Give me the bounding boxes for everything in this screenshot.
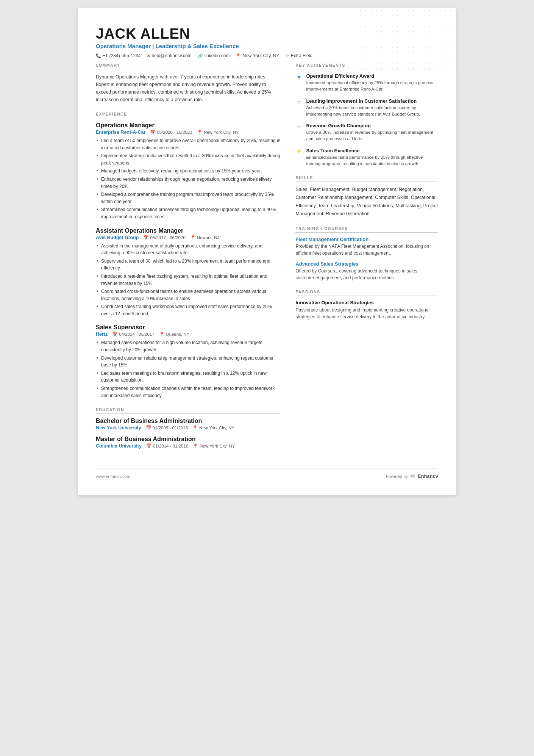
powered-by-text: Powered by (386, 474, 408, 479)
skills-label: SKILLS (295, 175, 438, 182)
passion-desc: Passionate about designing and implement… (295, 307, 438, 320)
candidate-name: JACK ALLEN (96, 26, 438, 42)
right-column: KEY ACHIEVEMENTS ★ Operational Efficienc… (295, 63, 438, 457)
extra-contact: ☆ Extra Field (286, 53, 312, 58)
achievement-2-desc: Achieved a 20% boost in customer satisfa… (306, 105, 438, 118)
job-2-company: Avis Budget Group (96, 235, 139, 240)
summary-section: SUMMARY Dynamic Operations Manager with … (96, 63, 280, 103)
edu-1: Bachelor of Business Administration New … (96, 418, 280, 430)
bullet: Coordinated cross-functional teams to en… (96, 288, 280, 302)
edu-2: Master of Business Administration Columb… (96, 436, 280, 449)
location-value: New York City, NY (242, 53, 279, 58)
training-2: Advanced Sales Strategies Offered by Cou… (295, 261, 438, 281)
achievement-1-content: Operational Efficiency Award Increased o… (306, 73, 438, 93)
calendar-icon-3: 📅 (112, 332, 117, 337)
edu-2-location: 📍 New York City, NY (193, 443, 235, 449)
achievement-1-title: Operational Efficiency Award (306, 73, 438, 79)
experience-section: EXPERIENCE Operations Manager Enterprise… (96, 112, 280, 399)
passion-title: Innovative Operational Strategies (295, 300, 438, 305)
phone-contact: 📞 +1-(234)-555-1234 (96, 53, 141, 58)
email-contact: ✉ help@enhancv.com (147, 53, 191, 58)
education-section: EDUCATION Bachelor of Business Administr… (96, 407, 280, 449)
footer-url: www.enhancv.com (96, 474, 130, 479)
job-2-meta: Avis Budget Group 📅 05/2017 - 06/2020 📍 … (96, 235, 280, 240)
bullet: Developed a comprehensive training progr… (96, 191, 280, 205)
achievement-3-title: Revenue Growth Champion (306, 123, 438, 128)
achievement-3: ☆ Revenue Growth Champion Drove a 30% in… (295, 123, 438, 142)
job-2-location: 📍 Newark, NJ (190, 235, 219, 240)
achievement-2: ☆ Leading Improvement in Customer Satisf… (295, 98, 438, 118)
calendar-icon-edu2: 📅 (146, 443, 151, 449)
achievement-3-icon: ☆ (295, 124, 302, 130)
job-3-location: 📍 Queens, NY (159, 332, 190, 337)
edu-1-meta: New York University 📅 01/2009 - 01/2013 … (96, 425, 280, 430)
achievement-2-content: Leading Improvement in Customer Satisfac… (306, 98, 438, 118)
bullet: Strengthened communication channels with… (96, 385, 280, 399)
enhancv-brand: Enhancv (418, 473, 438, 479)
training-1-title: Fleet Management Certification (295, 236, 438, 242)
job-1-location: 📍 New York City, NY (197, 130, 239, 135)
achievement-4-title: Sales Team Excellence (306, 148, 438, 153)
calendar-icon-2: 📅 (143, 235, 148, 240)
achievement-3-content: Revenue Growth Champion Drove a 30% incr… (306, 123, 438, 142)
achievement-4: ⚡ Sales Team Excellence Enhanced sales t… (295, 148, 438, 167)
achievement-1-icon: ★ (295, 74, 302, 80)
location-icon-edu2: 📍 (193, 443, 198, 449)
location-icon-1: 📍 (197, 130, 202, 135)
edu-1-school: New York University (96, 425, 141, 430)
location-icon-2: 📍 (190, 235, 195, 240)
candidate-title: Operations Manager | Leadership & Sales … (96, 43, 438, 49)
job-3-title: Sales Supervisor (96, 324, 280, 331)
edu-1-degree: Bachelor of Business Administration (96, 418, 280, 424)
location-contact: 📍 New York City, NY (236, 53, 279, 58)
achievements-label: KEY ACHIEVEMENTS (295, 63, 438, 69)
edu-1-dates: 📅 01/2009 - 01/2013 (146, 425, 188, 430)
calendar-icon-1: 📅 (150, 130, 155, 135)
job-1: Operations Manager Enterprise Rent-A-Car… (96, 122, 280, 221)
training-section: TRAINING / COURSES Fleet Management Cert… (295, 226, 438, 281)
training-label: TRAINING / COURSES (295, 226, 438, 233)
achievement-2-icon: ☆ (295, 99, 302, 105)
achievement-2-title: Leading Improvement in Customer Satisfac… (306, 98, 438, 104)
job-3-bullets: Managed sales operations for a high-volu… (96, 339, 280, 399)
bullet: Led sales team meetings to brainstorm st… (96, 370, 280, 384)
training-1: Fleet Management Certification Provided … (295, 236, 438, 257)
experience-label: EXPERIENCE (96, 112, 280, 118)
achievements-section: KEY ACHIEVEMENTS ★ Operational Efficienc… (295, 63, 438, 167)
training-1-desc: Provided by the NAFA Fleet Management As… (295, 243, 438, 257)
bullet: Managed sales operations for a high-volu… (96, 339, 280, 353)
phone-icon: 📞 (96, 53, 101, 58)
resume-page: JACK ALLEN Operations Manager | Leadersh… (78, 8, 456, 495)
summary-text: Dynamic Operations Manager with over 7 y… (96, 73, 280, 103)
main-columns: SUMMARY Dynamic Operations Manager with … (96, 63, 438, 457)
skills-section: SKILLS Sales, Fleet Management, Budget M… (295, 175, 438, 218)
achievement-3-desc: Drove a 30% increase in revenue by optim… (306, 129, 438, 142)
achievement-4-content: Sales Team Excellence Enhanced sales tea… (306, 148, 438, 167)
bullet: Enhanced vendor relationships through re… (96, 176, 280, 190)
passions-label: PASSIONS (295, 290, 438, 296)
bullet: Led a team of 50 employees to improve ov… (96, 137, 280, 151)
job-3-company: Hertz (96, 332, 108, 337)
extra-value: Extra Field (291, 53, 312, 58)
job-2-bullets: Assisted in the management of daily oper… (96, 243, 280, 318)
footer: www.enhancv.com Powered by ♾ Enhancv (96, 468, 438, 480)
job-1-dates: 📅 06/2020 - 10/2023 (150, 130, 192, 135)
bullet: Supervised a team of 30, which led to a … (96, 258, 280, 272)
link-icon: 🔗 (198, 53, 203, 58)
bullet: Implemented strategic initiatives that r… (96, 152, 280, 166)
edu-2-meta: Columbia University 📅 01/2014 - 01/2016 … (96, 443, 280, 449)
contact-bar: 📞 +1-(234)-555-1234 ✉ help@enhancv.com 🔗… (96, 53, 438, 58)
bullet: Assisted in the management of daily oper… (96, 243, 280, 257)
email-icon: ✉ (147, 53, 150, 58)
training-2-title: Advanced Sales Strategies (295, 261, 438, 267)
job-3-dates: 📅 04/2014 - 05/2017 (112, 332, 154, 337)
edu-2-dates: 📅 01/2014 - 01/2016 (146, 443, 188, 449)
job-1-company: Enterprise Rent-A-Car (96, 130, 145, 135)
achievement-1: ★ Operational Efficiency Award Increased… (295, 73, 438, 93)
achievement-4-desc: Enhanced sales team performance by 25% t… (306, 154, 438, 167)
skills-text: Sales, Fleet Management, Budget Manageme… (295, 186, 438, 218)
calendar-icon-edu1: 📅 (146, 425, 151, 430)
linkedin-contact: 🔗 linkedin.com (198, 53, 230, 58)
passions-section: PASSIONS Innovative Operational Strategi… (295, 290, 438, 320)
edu-1-location: 📍 New York City, NY (192, 425, 234, 430)
